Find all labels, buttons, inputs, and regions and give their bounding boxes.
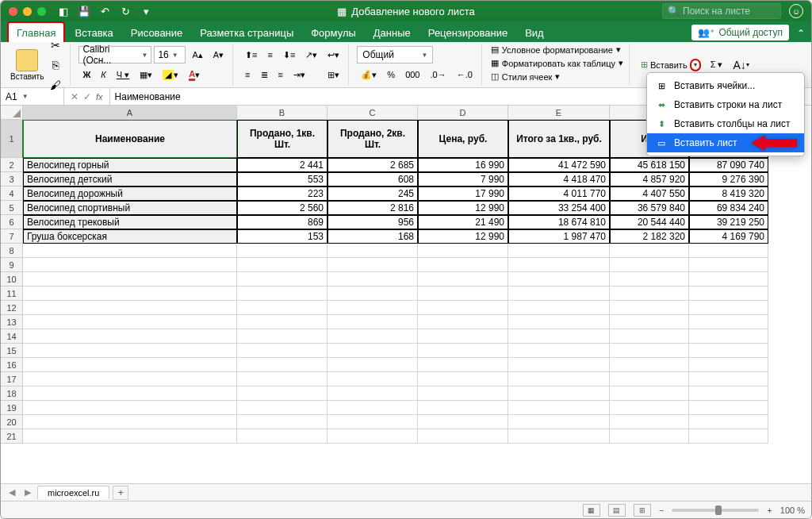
cell-B15[interactable] — [237, 344, 327, 358]
cell-E11[interactable] — [508, 286, 610, 301]
cell-G17[interactable] — [689, 372, 768, 386]
cell void cC[interactable] — [327, 372, 418, 386]
cell-B21[interactable] — [237, 429, 327, 444]
cell-D7[interactable]: 12 990 — [418, 229, 508, 244]
cell-G10[interactable] — [689, 272, 768, 286]
cell void cC[interactable] — [327, 415, 418, 429]
format-as-table-button[interactable]: ▦Форматировать как таблицу ▾ — [490, 57, 624, 69]
cell-D9[interactable] — [418, 258, 508, 272]
row-header-21[interactable]: 21 — [1, 429, 23, 444]
cell-B17[interactable] — [237, 372, 327, 386]
cell-B7[interactable]: 153 — [237, 229, 327, 244]
enter-formula-button[interactable]: ✓ — [83, 91, 91, 102]
cell-A10[interactable] — [23, 272, 237, 286]
row-header-13[interactable]: 13 — [1, 315, 23, 329]
cell-D5[interactable]: 12 990 — [418, 201, 508, 215]
cell void cC[interactable] — [327, 358, 418, 372]
sheet-tab[interactable]: microexcel.ru — [37, 486, 109, 499]
col-header-C[interactable]: C — [327, 106, 418, 120]
cell-E10[interactable] — [508, 272, 610, 286]
cell-E16[interactable] — [508, 358, 610, 372]
currency-button[interactable]: 💰▾ — [357, 66, 381, 83]
cell-A9[interactable] — [23, 258, 237, 272]
wrap-text-button[interactable]: ↩▾ — [324, 46, 343, 63]
cell-F15[interactable] — [610, 344, 689, 358]
zoom-level[interactable]: 100 % — [780, 506, 805, 515]
row-header-12[interactable]: 12 — [1, 301, 23, 315]
insert-cells-button[interactable]: ⊞ Вставить ▾ — [638, 57, 704, 73]
col-header-A[interactable]: A — [23, 106, 237, 120]
cell void cC[interactable] — [327, 286, 418, 301]
cell-A6[interactable]: Велосипед трековый — [23, 215, 237, 229]
comma-button[interactable]: 000 — [401, 66, 423, 83]
cell-A7[interactable]: Груша боксерская — [23, 229, 237, 244]
cell-B6[interactable]: 869 — [237, 215, 327, 229]
minimize-window-button[interactable] — [23, 7, 32, 16]
cell-D12[interactable] — [418, 301, 508, 315]
number-format-dropdown[interactable]: Общий▼ — [357, 46, 433, 63]
cell-B18[interactable] — [237, 386, 327, 401]
cell void cC[interactable] — [327, 244, 418, 258]
cell-D10[interactable] — [418, 272, 508, 286]
cell-G2[interactable]: 87 090 740 — [689, 158, 768, 172]
insert-dropdown-caret[interactable]: ▾ — [690, 59, 701, 71]
cell-D14[interactable] — [418, 329, 508, 344]
row-header-20[interactable]: 20 — [1, 415, 23, 429]
cell-G18[interactable] — [689, 386, 768, 401]
cell-F16[interactable] — [610, 358, 689, 372]
cancel-formula-button[interactable]: ✕ — [71, 91, 79, 102]
borders-button[interactable]: ▦▾ — [136, 66, 156, 83]
cell-E5[interactable]: 33 254 400 — [508, 201, 610, 215]
cell-G13[interactable] — [689, 315, 768, 329]
increase-decimal-button[interactable]: .0→ — [426, 66, 450, 83]
autosave-icon[interactable]: ◧ — [57, 5, 70, 17]
cell-A20[interactable] — [23, 415, 237, 429]
cell void cC[interactable] — [327, 401, 418, 415]
increase-font-button[interactable]: A▴ — [188, 46, 206, 63]
cell-A4[interactable]: Велосипед дорожный — [23, 186, 237, 201]
cell-F14[interactable] — [610, 329, 689, 344]
cell-G8[interactable] — [689, 244, 768, 258]
cell-D20[interactable] — [418, 415, 508, 429]
row-header-8[interactable]: 8 — [1, 244, 23, 258]
cell void cC[interactable] — [327, 386, 418, 401]
search-input[interactable]: 🔍 Поиск на листе — [662, 3, 781, 19]
cell-D4[interactable]: 17 990 — [418, 186, 508, 201]
cell-B8[interactable] — [237, 244, 327, 258]
cell-G6[interactable]: 39 219 250 — [689, 215, 768, 229]
font-family-dropdown[interactable]: Calibri (Осн...▼ — [79, 46, 151, 63]
feedback-icon[interactable]: ☺ — [789, 4, 803, 18]
cell-C3[interactable]: 608 — [327, 172, 418, 186]
close-window-button[interactable] — [9, 7, 17, 16]
cell-E21[interactable] — [508, 429, 610, 444]
cell-G9[interactable] — [689, 258, 768, 272]
underline-button[interactable]: Ч ▾ — [113, 66, 133, 83]
maximize-window-button[interactable] — [37, 7, 46, 16]
cell-D13[interactable] — [418, 315, 508, 329]
cell void cC[interactable] — [327, 272, 418, 286]
qat-caret-icon[interactable]: ▾ — [140, 5, 152, 17]
cell-A18[interactable] — [23, 386, 237, 401]
cell-E15[interactable] — [508, 344, 610, 358]
row-header-11[interactable]: 11 — [1, 286, 23, 301]
cell-C5[interactable]: 2 816 — [327, 201, 418, 215]
cell-C7[interactable]: 168 — [327, 229, 418, 244]
cell-F7[interactable]: 2 182 320 — [610, 229, 689, 244]
cell-G16[interactable] — [689, 358, 768, 372]
cell-B9[interactable] — [237, 258, 327, 272]
menu-insert-rows[interactable]: ⬌Вставить строки на лист — [647, 95, 804, 114]
cell-F18[interactable] — [610, 386, 689, 401]
cell-F11[interactable] — [610, 286, 689, 301]
italic-button[interactable]: К — [97, 66, 109, 83]
row-header-4[interactable]: 4 — [1, 186, 23, 201]
cell-B3[interactable]: 553 — [237, 172, 327, 186]
copy-button[interactable]: ⎘ — [46, 56, 65, 74]
cell-F5[interactable]: 36 579 840 — [610, 201, 689, 215]
fill-color-button[interactable]: ◢▾ — [159, 66, 182, 83]
cell-A19[interactable] — [23, 401, 237, 415]
row-header-1[interactable]: 1 — [1, 120, 23, 158]
col-header-E[interactable]: E — [508, 106, 610, 120]
cell-D3[interactable]: 7 990 — [418, 172, 508, 186]
cell-B5[interactable]: 2 560 — [237, 201, 327, 215]
align-left-button[interactable]: ≡ — [241, 66, 254, 83]
